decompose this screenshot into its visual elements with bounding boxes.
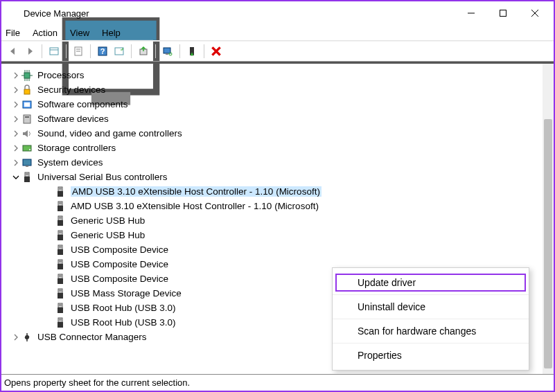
- tree-category[interactable]: Processors: [7, 68, 554, 82]
- usb-connector-icon: [21, 331, 33, 344]
- tree-label: USB Composite Device: [71, 244, 168, 255]
- usb-icon: [54, 215, 67, 227]
- menu-file[interactable]: File: [6, 28, 20, 38]
- scan-hardware-icon[interactable]: [160, 44, 175, 59]
- forward-arrow-icon[interactable]: [22, 44, 37, 59]
- usb-icon: [54, 258, 67, 271]
- usb-icon: [54, 186, 67, 198]
- tree-label: Software components: [37, 99, 128, 109]
- vertical-scrollbar[interactable]: [543, 64, 554, 374]
- tree-label: Generic USB Hub: [71, 215, 145, 226]
- chevron-right-icon[interactable]: [11, 101, 21, 108]
- chevron-down-icon[interactable]: [11, 174, 21, 181]
- properties-sheet-icon[interactable]: [71, 44, 86, 59]
- update-driver-icon[interactable]: [136, 44, 151, 59]
- usb-icon: [54, 229, 67, 242]
- tree-label: Software devices: [37, 114, 109, 124]
- svg-rect-41: [166, 53, 168, 55]
- software-icon: [21, 113, 33, 125]
- tree-category[interactable]: Software devices: [7, 112, 554, 126]
- svg-rect-31: [50, 48, 58, 55]
- tree-label: Sound, video and game controllers: [37, 128, 182, 139]
- svg-text:?: ?: [100, 47, 105, 55]
- tree-category[interactable]: Storage controllers: [7, 141, 554, 155]
- close-button[interactable]: [519, 3, 551, 24]
- svg-rect-38: [115, 48, 123, 55]
- tree-label: USB Root Hub (USB 3.0): [71, 303, 176, 313]
- context-menu-item[interactable]: Properties: [333, 343, 529, 367]
- sound-icon: [21, 127, 33, 140]
- storage-icon: [21, 142, 33, 154]
- context-menu-item[interactable]: Scan for hardware changes: [333, 319, 529, 343]
- tree-category[interactable]: Security devices: [7, 82, 554, 97]
- tree-area: ProcessorsSecurity devicesSoftware compo…: [1, 62, 554, 374]
- usb-icon: [54, 317, 67, 329]
- tree-label: USB Composite Device: [71, 274, 168, 284]
- maximize-button[interactable]: [487, 3, 519, 24]
- separator: [131, 44, 132, 58]
- tree-label: USB Composite Device: [71, 259, 168, 269]
- app-icon: [7, 8, 18, 19]
- statusbar: Opens property sheet for the current sel…: [1, 374, 554, 391]
- window-title: Device Manager: [24, 8, 455, 19]
- menu-view[interactable]: View: [70, 28, 89, 38]
- minimize-button[interactable]: [455, 3, 487, 24]
- chevron-right-icon[interactable]: [11, 72, 21, 79]
- tree-label: USB Root Hub (USB 3.0): [71, 317, 176, 328]
- window-controls: [455, 3, 551, 24]
- show-hidden-icon[interactable]: [46, 44, 62, 59]
- usb-icon: [54, 244, 67, 256]
- menu-action[interactable]: Action: [33, 28, 58, 38]
- back-arrow-icon[interactable]: [6, 44, 21, 59]
- usb-icon: [54, 200, 67, 213]
- help-icon[interactable]: ?: [95, 44, 110, 59]
- tree-label: Security devices: [37, 84, 105, 95]
- separator: [204, 44, 204, 58]
- chevron-right-icon[interactable]: [11, 145, 21, 152]
- chevron-right-icon[interactable]: [11, 130, 21, 137]
- separator: [179, 44, 180, 58]
- tree-item[interactable]: AMD USB 3.10 eXtensible Host Controller …: [7, 184, 554, 199]
- tree-category[interactable]: Universal Serial Bus controllers: [7, 170, 554, 184]
- tree-label: System devices: [37, 157, 103, 168]
- tree-label: AMD USB 3.10 eXtensible Host Controller …: [71, 186, 321, 197]
- menu-help[interactable]: Help: [102, 28, 121, 38]
- tree-category[interactable]: System devices: [7, 155, 554, 170]
- uninstall-icon[interactable]: [184, 44, 200, 59]
- chevron-right-icon[interactable]: [11, 159, 21, 166]
- chevron-right-icon[interactable]: [11, 116, 21, 123]
- tree-label: Universal Serial Bus controllers: [37, 172, 168, 182]
- tree-label: Storage controllers: [37, 143, 116, 153]
- titlebar: Device Manager: [1, 1, 554, 25]
- chevron-right-icon[interactable]: [11, 334, 21, 341]
- tree-item[interactable]: Generic USB Hub: [7, 228, 554, 242]
- context-menu: Update driverUninstall deviceScan for ha…: [332, 267, 529, 371]
- svg-rect-40: [164, 48, 170, 53]
- tree-label: USB Connector Managers: [37, 332, 147, 342]
- separator: [90, 44, 91, 58]
- separator: [66, 44, 67, 58]
- refresh-icon[interactable]: [112, 44, 127, 59]
- usb-icon: [54, 302, 67, 314]
- tree-item[interactable]: AMD USB 3.10 eXtensible Host Controller …: [7, 199, 554, 213]
- tree-label: USB Mass Storage Device: [71, 288, 182, 299]
- status-text: Opens property sheet for the current sel…: [4, 377, 190, 388]
- tree-item[interactable]: Generic USB Hub: [7, 213, 554, 228]
- usb-icon: [54, 273, 67, 285]
- processor-icon: [21, 69, 33, 82]
- scrollbar-thumb[interactable]: [544, 119, 552, 368]
- chevron-right-icon[interactable]: [11, 87, 21, 93]
- tree-label: Processors: [37, 70, 85, 80]
- context-menu-item[interactable]: Update driver: [333, 271, 529, 294]
- svg-rect-28: [500, 10, 506, 17]
- separator: [42, 44, 42, 58]
- toolbar: ?: [1, 41, 554, 62]
- usb-icon: [21, 171, 33, 184]
- tree-item[interactable]: USB Composite Device: [7, 242, 554, 257]
- disable-icon[interactable]: [209, 44, 224, 59]
- tree-category[interactable]: Software components: [7, 97, 554, 112]
- context-menu-item[interactable]: Uninstall device: [333, 294, 529, 319]
- tree-label: AMD USB 3.10 eXtensible Host Controller …: [71, 201, 319, 211]
- security-icon: [21, 84, 33, 96]
- tree-category[interactable]: Sound, video and game controllers: [7, 126, 554, 141]
